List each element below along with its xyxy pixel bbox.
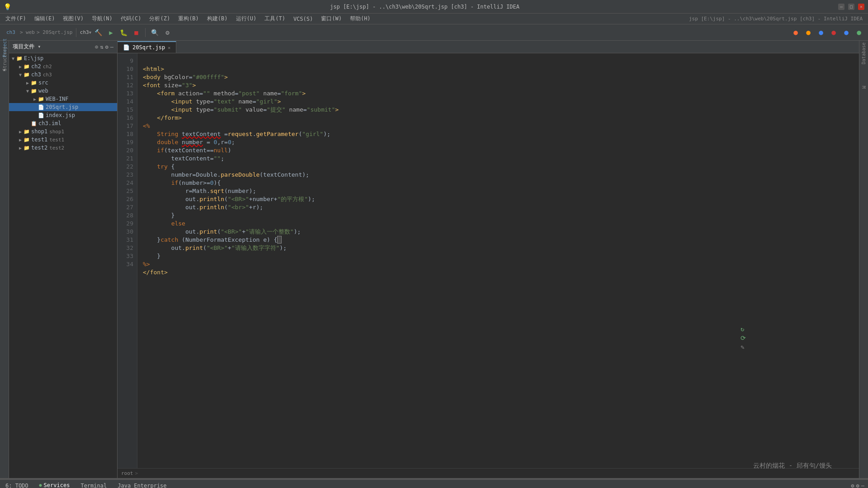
chrome-icon[interactable]: ●: [790, 27, 801, 38]
tree-item[interactable]: ▶ 📁 shop1 shop1: [9, 127, 117, 136]
menu-refactor[interactable]: 重构(B): [175, 14, 203, 23]
run-button[interactable]: ▶: [105, 27, 116, 38]
browser3-icon[interactable]: ●: [816, 27, 826, 38]
breadcrumb-ch3[interactable]: ch3: [4, 28, 18, 36]
tab-todo[interactable]: 6: TODO: [0, 479, 34, 488]
close-panel-icon[interactable]: —: [861, 483, 864, 488]
tab-todo-label: 6: TODO: [5, 483, 28, 488]
bottom-panel: 6: TODO ● Services Terminal Java Enterpr…: [0, 478, 868, 488]
browser5-icon[interactable]: ●: [841, 27, 852, 38]
browser6-icon[interactable]: ●: [854, 27, 864, 38]
maximize-button[interactable]: □: [848, 4, 854, 10]
tree-item[interactable]: ▼ 📁 E:\jsp: [9, 54, 117, 62]
title-controls: — □ ✕: [838, 4, 864, 10]
expand-icon[interactable]: ⇅: [100, 44, 103, 50]
hide-icon[interactable]: —: [110, 44, 113, 50]
tab-20sqrt[interactable]: 📄 20Sqrt.jsp ✕: [118, 41, 176, 53]
tree-item[interactable]: 📋 ch3.iml: [9, 119, 117, 127]
minimize-button[interactable]: —: [838, 4, 844, 10]
right-panel-icons: Database M: [859, 41, 868, 478]
tab-services[interactable]: ● Services: [34, 479, 75, 488]
menu-code[interactable]: 代码(C): [117, 14, 145, 23]
gear-icon[interactable]: ⚙: [105, 44, 108, 50]
main-layout: Project Structure ★ 项目文件 ▾ ⊙ ⇅ ⚙ — ▼ 📁 E…: [0, 41, 868, 478]
item-label: ch3: [31, 71, 41, 78]
item-extra: test2: [49, 145, 64, 151]
debug-button[interactable]: 🐛: [118, 27, 129, 38]
code-content[interactable]: <html> <body bgColor="#00ffff"> <font si…: [137, 53, 859, 468]
item-label: E:\jsp: [24, 55, 43, 61]
menu-vcs[interactable]: VCS(S): [290, 15, 316, 23]
gear-icon2[interactable]: ⚙: [856, 483, 859, 488]
menu-analyze[interactable]: 分析(Z): [146, 14, 174, 23]
tree-item[interactable]: ▼ 📁 ch3 ch3: [9, 70, 117, 79]
file-icon: 📋: [31, 121, 37, 127]
menu-tools[interactable]: 工具(T): [261, 14, 289, 23]
close-button[interactable]: ✕: [858, 4, 864, 10]
tree-item[interactable]: ▶ 📁 test2 test2: [9, 144, 117, 152]
build-button[interactable]: 🔨: [93, 27, 104, 38]
editor-area: 📄 20Sqrt.jsp ✕ 910111213 1415161718 1920…: [118, 41, 859, 478]
firefox-icon[interactable]: ●: [803, 27, 814, 38]
menu-help[interactable]: 帮助(H): [346, 14, 374, 23]
arrow-icon: ▼: [11, 56, 15, 61]
file-icon: 📄: [38, 113, 44, 118]
line-numbers: 910111213 1415161718 1920212223 24252627…: [118, 53, 137, 468]
title-left: 💡: [4, 3, 11, 10]
menu-build[interactable]: 构建(B): [203, 14, 231, 23]
tree-item[interactable]: ▶ 📁 src: [9, 79, 117, 87]
tree-item[interactable]: 📄 index.jsp: [9, 111, 117, 119]
breadcrumb-root[interactable]: root: [121, 470, 133, 476]
item-label: web: [38, 88, 48, 94]
code-editor[interactable]: 910111213 1415161718 1920212223 24252627…: [118, 53, 859, 468]
item-extra: test1: [49, 137, 64, 143]
arrow-icon: ▼: [25, 89, 30, 94]
tab-terminal[interactable]: Terminal: [75, 479, 112, 488]
menu-navigate[interactable]: 导航(N): [88, 14, 116, 23]
tab-name: 20Sqrt.jsp: [132, 44, 165, 51]
menu-window[interactable]: 窗口(W): [317, 14, 345, 23]
breadcrumb-sep: >: [135, 470, 138, 476]
toolbar-separator: [76, 28, 76, 37]
tree-item[interactable]: ▼ 📁 web: [9, 87, 117, 95]
breadcrumb-web[interactable]: > web: [20, 29, 35, 35]
search-everywhere[interactable]: 🔍: [149, 27, 160, 38]
tree-item[interactable]: ▶ 📁 WEB-INF: [9, 95, 117, 103]
tab-java-enterprise[interactable]: Java Enterprise: [112, 479, 172, 488]
item-label: ch2: [31, 63, 41, 70]
settings-button[interactable]: ⚙: [162, 27, 173, 38]
stop-button[interactable]: ■: [131, 27, 142, 38]
project-header: 项目文件 ▾ ⊙ ⇅ ⚙ —: [9, 41, 117, 53]
folder-icon: 📁: [24, 137, 30, 143]
file-icon: 📄: [38, 104, 44, 110]
arrow-icon: ▶: [18, 64, 23, 69]
locate-icon[interactable]: ⊙: [95, 44, 98, 50]
tree-item[interactable]: ▶ 📁 ch2 ch2: [9, 62, 117, 70]
folder-icon: 📁: [31, 88, 37, 94]
run-config-dropdown[interactable]: ch3 ▼: [80, 27, 91, 38]
arrow-icon: ▶: [33, 97, 37, 102]
database-icon[interactable]: Database: [861, 42, 866, 64]
folder-icon: 📁: [16, 56, 23, 61]
toolbar: ch3 > web > 20Sqrt.jsp ch3 ▼ 🔨 ▶ 🐛 ■ 🔍 ⚙…: [0, 24, 868, 41]
browser4-icon[interactable]: ●: [828, 27, 839, 38]
folder-icon: 📁: [24, 64, 30, 70]
arrow-icon: ▶: [18, 145, 23, 150]
tab-close-button[interactable]: ✕: [168, 45, 170, 50]
project-title: 项目文件 ▾: [13, 43, 41, 51]
tab-label: 📄: [123, 44, 130, 51]
menu-file[interactable]: 文件(F): [2, 14, 30, 23]
menu-edit[interactable]: 编辑(E): [31, 14, 59, 23]
item-label: ch3.iml: [38, 120, 61, 127]
settings-icon[interactable]: ⚙: [851, 483, 854, 488]
tree-item-selected[interactable]: 📄 20Sqrt.jsp: [9, 103, 117, 111]
menu-view[interactable]: 视图(V): [59, 14, 87, 23]
tree-item[interactable]: ▶ 📁 test1 test1: [9, 136, 117, 144]
structure-icon[interactable]: Structure: [1, 55, 8, 62]
folder-icon: 📁: [24, 145, 30, 151]
maven-icon[interactable]: M: [861, 86, 866, 89]
item-extra: ch3: [43, 72, 52, 78]
menu-run[interactable]: 运行(U): [232, 14, 260, 23]
breadcrumb-file[interactable]: > 20Sqrt.jsp: [37, 29, 72, 35]
arrow-icon: ▼: [18, 72, 23, 77]
